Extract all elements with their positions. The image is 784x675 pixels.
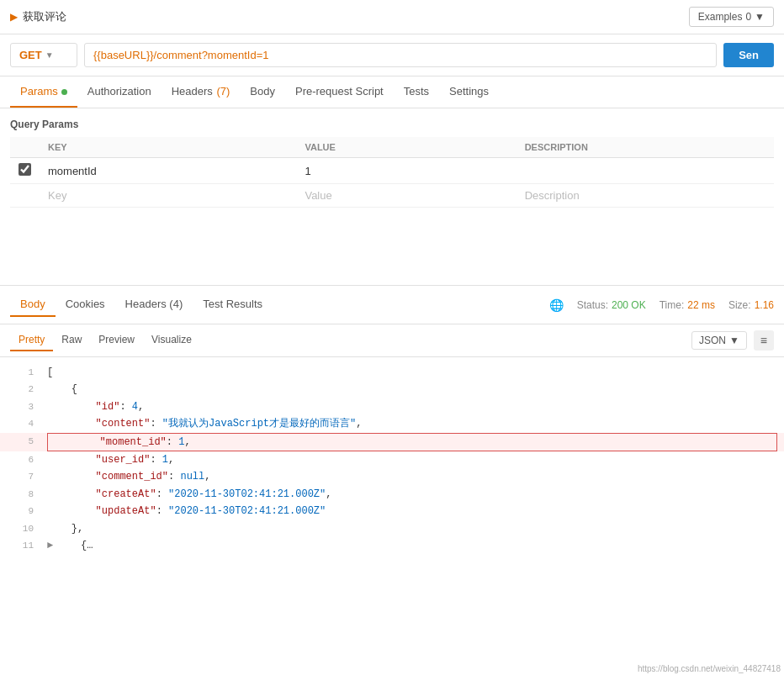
code-line-2: 2 { <box>0 381 784 398</box>
resp-tab-cookies[interactable]: Cookies <box>56 293 115 317</box>
examples-count: 0 <box>745 11 751 23</box>
format-bar: Pretty Raw Preview Visualize JSON ▼ ≡ <box>0 324 784 357</box>
code-line-11: 11 ► {… <box>0 537 784 554</box>
status-meta: Status: 200 OK <box>577 299 646 311</box>
spacer <box>0 218 784 285</box>
format-tabs: Pretty Raw Preview Visualize <box>10 330 200 351</box>
response-tabs-bar: Body Cookies Headers (4) Test Results 🌐 … <box>0 286 784 324</box>
empty-key[interactable]: Key <box>48 189 66 202</box>
response-tabs-left: Body Cookies Headers (4) Test Results <box>10 293 273 317</box>
row-checkbox[interactable] <box>19 163 31 176</box>
json-chevron-icon: ▼ <box>729 335 739 346</box>
query-params-section: Query Params KEY VALUE DESCRIPTION momen… <box>0 108 784 218</box>
request-title: 获取评论 <box>23 9 66 24</box>
table-row: momentId 1 <box>10 158 774 184</box>
tab-headers[interactable]: Headers (7) <box>162 76 241 108</box>
top-bar-left: ▶ 获取评论 <box>10 9 66 24</box>
resp-tab-body[interactable]: Body <box>10 293 56 317</box>
code-line-5: 5 "moment_id": 1, <box>0 433 784 451</box>
tab-authorization[interactable]: Authorization <box>77 76 162 108</box>
chevron-down-icon: ▼ <box>755 11 765 23</box>
col-checkbox <box>10 137 40 158</box>
top-bar: ▶ 获取评论 Examples 0 ▼ <box>0 0 784 34</box>
code-line-3: 3 "id": 4, <box>0 398 784 415</box>
resp-tab-headers[interactable]: Headers (4) <box>115 293 193 317</box>
expand-icon[interactable]: ► <box>47 537 53 554</box>
code-line-4: 4 "content": "我就认为JavaScript才是最好的而语言", <box>0 415 784 432</box>
code-line-10: 10 }, <box>0 520 784 537</box>
status-value: 200 OK <box>612 299 646 311</box>
globe-icon: 🌐 <box>549 298 564 312</box>
code-block: 1 [ 2 { 3 "id": 4, 4 "content": "我就认为Jav… <box>0 357 784 561</box>
request-tabs-bar: Params Authorization Headers (7) Body Pr… <box>0 76 784 108</box>
examples-button[interactable]: Examples 0 ▼ <box>689 7 774 27</box>
col-key-header: KEY <box>40 137 296 158</box>
method-value: GET <box>19 49 42 61</box>
empty-row: Key Value Description <box>10 184 774 208</box>
format-right: JSON ▼ ≡ <box>691 330 774 351</box>
response-meta: 🌐 Status: 200 OK Time: 22 ms Size: 1.16 <box>549 298 774 312</box>
empty-value[interactable]: Value <box>305 189 331 202</box>
params-badge <box>61 89 67 95</box>
code-line-7: 7 "comment_id": null, <box>0 468 784 485</box>
examples-label: Examples <box>698 11 743 23</box>
params-table: KEY VALUE DESCRIPTION momentId 1 Key Val… <box>10 137 774 208</box>
fmt-tab-preview[interactable]: Preview <box>90 330 143 351</box>
tab-params[interactable]: Params <box>10 76 77 108</box>
url-bar: GET ▼ Sen <box>0 34 784 76</box>
param-key: momentId <box>48 165 97 177</box>
size-meta: Size: 1.16 <box>728 299 774 311</box>
param-value: 1 <box>305 165 310 177</box>
code-line-6: 6 "user_id": 1, <box>0 451 784 468</box>
code-line-8: 8 "createAt": "2020-11-30T02:41:21.000Z"… <box>0 486 784 503</box>
resp-tab-test-results[interactable]: Test Results <box>193 293 273 317</box>
method-selector[interactable]: GET ▼ <box>10 43 77 67</box>
time-value: 22 ms <box>687 299 715 311</box>
arrow-right-icon: ▶ <box>10 11 18 23</box>
tab-body[interactable]: Body <box>240 76 285 108</box>
response-section: Body Cookies Headers (4) Test Results 🌐 … <box>0 286 784 561</box>
code-line-9: 9 "updateAt": "2020-11-30T02:41:21.000Z" <box>0 503 784 519</box>
col-value-header: VALUE <box>296 137 516 158</box>
wrap-button[interactable]: ≡ <box>754 330 774 351</box>
tab-settings[interactable]: Settings <box>439 76 499 108</box>
fmt-tab-visualize[interactable]: Visualize <box>143 330 200 351</box>
query-params-title: Query Params <box>10 119 774 130</box>
url-input[interactable] <box>84 43 717 67</box>
fmt-tab-pretty[interactable]: Pretty <box>10 330 53 351</box>
code-line-1: 1 [ <box>0 364 784 381</box>
col-desc-header: DESCRIPTION <box>516 137 774 158</box>
json-format-selector[interactable]: JSON ▼ <box>691 331 747 350</box>
send-button[interactable]: Sen <box>723 43 774 67</box>
method-chevron-icon: ▼ <box>45 50 54 60</box>
fmt-tab-raw[interactable]: Raw <box>53 330 90 351</box>
tab-tests[interactable]: Tests <box>394 76 439 108</box>
tab-prerequest[interactable]: Pre-request Script <box>285 76 394 108</box>
time-meta: Time: 22 ms <box>660 299 715 311</box>
empty-description[interactable]: Description <box>525 189 580 202</box>
size-value: 1.16 <box>755 299 774 311</box>
